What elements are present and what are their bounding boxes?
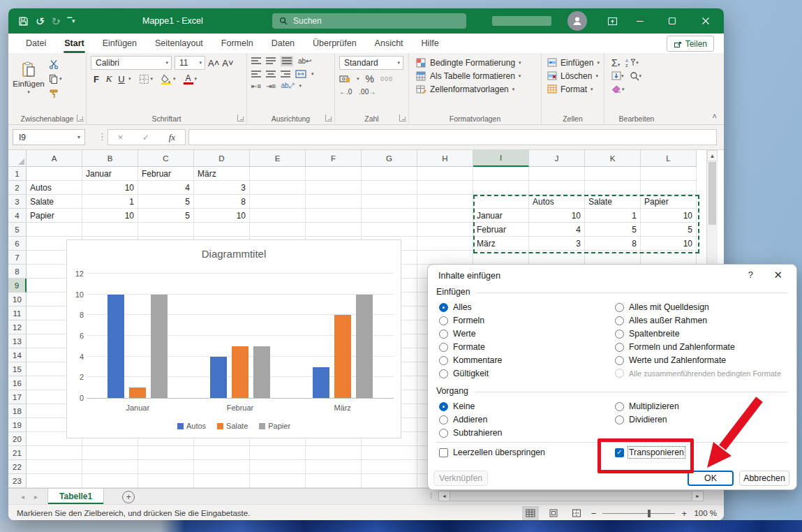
cell-J6[interactable]: 3 (529, 237, 585, 251)
orientation-button[interactable]: ab⤢ (281, 82, 294, 90)
column-header-D[interactable]: D (194, 150, 250, 167)
row-header-7[interactable]: 7 (8, 251, 27, 265)
cell-D5[interactable] (194, 223, 250, 237)
operation-radio-dividieren[interactable]: Dividieren (615, 415, 667, 424)
paste-radio-alles-au-er-rahmen[interactable]: Alles außer Rahmen (615, 316, 707, 325)
cell-D4[interactable]: 10 (194, 209, 250, 223)
paste-radio-werte[interactable]: Werte (439, 329, 476, 339)
cell-I2[interactable] (473, 181, 529, 195)
row-header-10[interactable]: 10 (8, 293, 27, 306)
cell-F23[interactable] (306, 474, 362, 488)
cell-A1[interactable] (27, 167, 82, 181)
cell-B5[interactable] (82, 223, 138, 237)
cell-J2[interactable] (529, 181, 585, 195)
format-cells-button[interactable]: Format ▾ (547, 82, 601, 96)
fill-color-button[interactable] (161, 74, 172, 84)
paste-radio-formeln[interactable]: Formeln (439, 316, 484, 325)
bold-button[interactable]: F (91, 74, 102, 84)
fill-button[interactable]: ▾ (611, 71, 624, 80)
find-select-button[interactable]: ▾ (630, 71, 642, 81)
cancel-button[interactable]: Abbrechen (739, 471, 789, 486)
cell-I5[interactable]: Februar (473, 223, 529, 237)
cell-F2[interactable] (306, 181, 362, 195)
cell-J7[interactable] (529, 251, 585, 265)
cell-L5[interactable]: 5 (641, 223, 697, 237)
tab-formeln[interactable]: Formeln (212, 34, 262, 53)
column-header-L[interactable]: L (641, 150, 697, 167)
enter-entry-button[interactable]: ✓ (142, 133, 149, 142)
cell-G4[interactable] (362, 209, 417, 223)
cell-H6[interactable] (417, 237, 473, 251)
align-top-button[interactable] (251, 57, 261, 65)
share-button[interactable]: Teilen (667, 36, 714, 52)
tab-ansicht[interactable]: Ansicht (366, 34, 413, 53)
cell-G22[interactable] (362, 460, 417, 474)
sheet-next-button[interactable]: ▸ (34, 493, 38, 501)
row-header-15[interactable]: 15 (8, 362, 27, 376)
row-header-9[interactable]: 9 (8, 279, 27, 293)
cell-C21[interactable] (138, 446, 194, 460)
row-header-4[interactable]: 4 (8, 209, 27, 223)
tab-daten[interactable]: Daten (262, 34, 304, 53)
cell-L1[interactable] (641, 167, 697, 181)
cut-button[interactable] (49, 59, 62, 70)
font-color-button[interactable]: A (184, 74, 193, 84)
paste-radio-kommentare[interactable]: Kommentare (439, 355, 502, 365)
cell-K1[interactable] (585, 167, 641, 181)
cell-F21[interactable] (306, 446, 362, 460)
cell-C3[interactable]: 5 (138, 195, 194, 209)
decrease-font-button[interactable]: A˅ (222, 58, 233, 68)
cell-H7[interactable] (417, 251, 473, 265)
cell-E23[interactable] (250, 474, 306, 488)
paste-radio-formeln-und-zahlenformate[interactable]: Formeln und Zahlenformate (615, 342, 735, 352)
wrap-text-button[interactable]: ab↩ (298, 57, 312, 65)
format-as-table-button[interactable]: Als Tabelle formatieren ▾ (416, 69, 538, 82)
row-header-13[interactable]: 13 (8, 334, 27, 348)
zoom-in-button[interactable]: + (681, 508, 687, 519)
column-header-B[interactable]: B (82, 150, 138, 167)
operation-radio-keine[interactable]: Keine (439, 401, 475, 411)
minimize-button[interactable] (630, 8, 651, 34)
dialog-launcher-alignment[interactable] (325, 114, 332, 121)
cell-K5[interactable]: 5 (585, 223, 641, 237)
column-header-H[interactable]: H (417, 150, 473, 167)
cell-B22[interactable] (82, 460, 138, 474)
column-header-G[interactable]: G (362, 150, 417, 167)
ok-button[interactable]: OK (688, 471, 734, 486)
search-box[interactable]: Suchen (272, 13, 466, 29)
column-header-F[interactable]: F (306, 150, 362, 167)
row-header-23[interactable]: 23 (8, 474, 27, 488)
tab-datei[interactable]: Datei (17, 34, 55, 53)
operation-radio-subtrahieren[interactable]: Subtrahieren (439, 428, 502, 438)
cell-G21[interactable] (362, 446, 417, 460)
borders-button[interactable] (139, 74, 149, 84)
cancel-entry-button[interactable]: × (118, 132, 124, 142)
cell-E2[interactable] (250, 181, 306, 195)
undo-button[interactable]: ↺▾ (36, 16, 45, 27)
cell-L7[interactable] (641, 251, 697, 265)
ribbon-display-options-button[interactable] (602, 8, 623, 34)
cell-F22[interactable] (306, 460, 362, 474)
column-header-J[interactable]: J (529, 150, 585, 167)
cell-L2[interactable] (641, 181, 697, 195)
cell-F4[interactable] (306, 209, 362, 223)
insert-function-button[interactable]: fx (169, 132, 175, 143)
horizontal-scrollbar[interactable]: ◄ ► (438, 491, 704, 501)
conditional-formatting-button[interactable]: Bedingte Formatierung ▾ (416, 56, 538, 69)
row-header-14[interactable]: 14 (8, 348, 27, 362)
cell-A3[interactable]: Salate (27, 195, 82, 209)
cell-D23[interactable] (194, 474, 250, 488)
row-header-22[interactable]: 22 (8, 460, 27, 474)
cell-C23[interactable] (138, 474, 194, 488)
paste-radio-alles[interactable]: Alles (439, 302, 472, 312)
cell-styles-button[interactable]: Zellenformatvorlagen ▾ (416, 82, 538, 96)
paste-radio-werte-und-zahlenformate[interactable]: Werte und Zahlenformate (615, 355, 726, 365)
font-size-combo[interactable]: 11▾ (174, 56, 205, 70)
increase-decimal-button[interactable]: ←.0 (339, 88, 352, 96)
cell-B3[interactable]: 1 (82, 195, 138, 209)
cell-E21[interactable] (250, 446, 306, 460)
paste-link-button[interactable]: Verknüpfen (433, 471, 488, 486)
percent-style-button[interactable]: % (366, 73, 374, 84)
formula-bar-handle[interactable]: ⋮ (98, 131, 107, 142)
scroll-left-arrow[interactable]: ◄ (439, 492, 450, 501)
